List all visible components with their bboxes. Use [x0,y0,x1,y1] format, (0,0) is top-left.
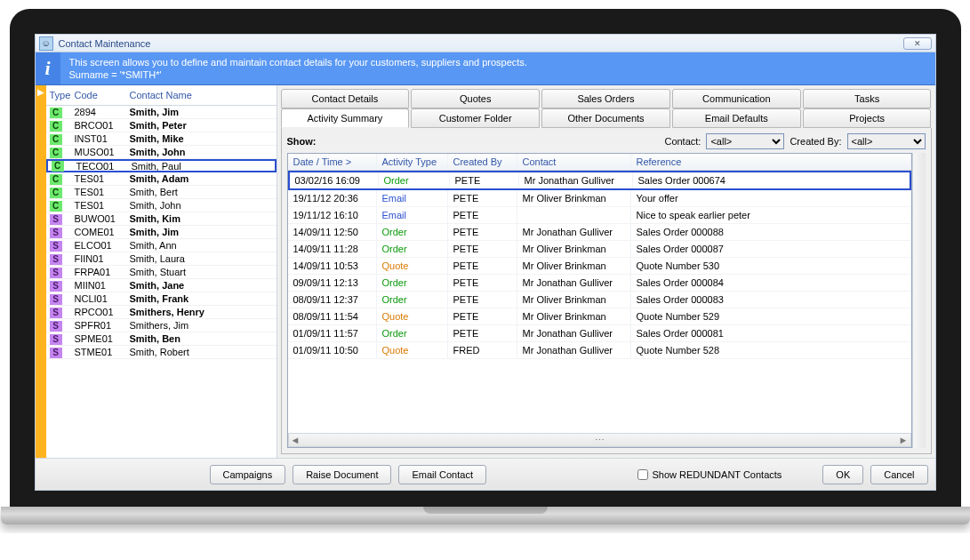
cell-contact: Mr Oliver Brinkman [517,258,631,274]
tab-customer-folder[interactable]: Customer Folder [411,108,540,128]
contact-row[interactable]: SMIIN01Smith, Jane [46,279,277,292]
contact-row[interactable]: SSTME01Smith, Robert [46,346,277,359]
activity-row[interactable]: 14/09/11 11:28OrderPETEMr Oliver Brinkma… [288,241,911,258]
cell-reference: Sales Order 000087 [631,241,911,257]
tab-communication[interactable]: Communication [672,89,801,108]
cell-activity-type: Quote [377,308,448,324]
tab-projects[interactable]: Projects [803,108,932,128]
contact-row[interactable]: SBUWO01Smith, Kim [46,212,277,226]
col-datetime[interactable]: Date / Time > [288,154,377,170]
contact-name: Smith, John [126,198,277,212]
window-title: Contact Maintenance [59,38,151,49]
contact-filter-select[interactable]: <all> [706,133,784,149]
contact-row[interactable]: CMUSO01Smith, John [46,146,277,159]
col-created-by[interactable]: Created By [448,154,517,170]
scroll-left-icon[interactable]: ◄ [291,435,301,445]
createdby-filter-select[interactable]: <all> [847,133,926,149]
cell-activity-type: Email [377,190,448,206]
contact-name: Smithers, Jim [126,318,277,332]
contacts-list[interactable]: C2894Smith, JimCBRCO01Smith, PeterCINST0… [46,106,277,458]
col-reference[interactable]: Reference [631,154,911,170]
contact-row[interactable]: SCOME01Smith, Jim [46,226,277,239]
contact-row[interactable]: CTECO01Smith, Paul [46,159,277,172]
type-badge: C [50,148,62,158]
contact-row[interactable]: CBRCO01Smith, Peter [46,119,277,132]
contact-row[interactable]: CTES01Smith, Adam [46,172,277,186]
contact-row[interactable]: CTES01Smith, John [46,199,277,212]
contact-row[interactable]: CINST01Smith, Mike [46,132,277,146]
tab-other-documents[interactable]: Other Documents [541,108,670,128]
cell-contact [517,207,631,223]
campaigns-button[interactable]: Campaigns [210,465,286,484]
contact-row[interactable]: SFRPA01Smith, Stuart [46,266,277,279]
contact-row[interactable]: CTES01Smith, Bert [46,186,277,199]
activity-rows[interactable]: 03/02/16 16:09OrderPETEMr Jonathan Gulli… [288,171,911,433]
contact-row[interactable]: SSPFR01Smithers, Jim [46,319,277,332]
contact-code: TES01 [71,172,126,186]
info-bar: i This screen allows you to define and m… [36,52,935,85]
contact-row[interactable]: C2894Smith, Jim [46,106,277,119]
activity-row[interactable]: 01/09/11 11:57OrderPETEMr Jonathan Gulli… [288,325,911,342]
cell-created-by: PETE [450,172,519,188]
cell-created-by: PETE [448,207,517,223]
tab-sales-orders[interactable]: Sales Orders [541,89,670,108]
cell-reference: Quote Number 530 [631,258,911,274]
cancel-button[interactable]: Cancel [870,465,927,484]
activity-row[interactable]: 01/09/11 10:50QuoteFREDMr Jonathan Gulli… [288,342,911,359]
ok-button[interactable]: OK [822,465,863,484]
cell-datetime: 08/09/11 11:54 [288,308,377,324]
vertical-scrollbar[interactable] [912,153,926,448]
col-activity-type[interactable]: Activity Type [377,154,448,170]
close-button[interactable]: ✕ [903,37,932,50]
col-contact[interactable]: Contact [517,154,631,170]
cell-datetime: 01/09/11 11:57 [288,325,377,341]
cell-datetime: 14/09/11 12:50 [288,224,377,240]
cell-reference: Nice to speak earlier peter [631,207,911,223]
col-name[interactable]: Contact Name [126,88,277,102]
contact-row[interactable]: SELCO01Smith, Ann [46,239,277,252]
tab-email-defaults[interactable]: Email Defaults [672,108,801,128]
cell-datetime: 03/02/16 16:09 [290,172,379,188]
activity-row[interactable]: 14/09/11 12:50OrderPETEMr Jonathan Gulli… [288,224,911,241]
contact-code: BRCO01 [71,118,126,132]
contact-row[interactable]: SRPCO01Smithers, Henry [46,306,277,319]
redundant-check-input[interactable] [637,469,648,480]
type-badge: C [50,174,62,185]
show-redundant-checkbox[interactable]: Show REDUNDANT Contacts [637,469,782,480]
contact-code: STME01 [71,345,126,359]
contact-name: Smith, Jane [126,278,277,292]
cell-datetime: 08/09/11 12:37 [288,292,377,308]
email-contact-button[interactable]: Email Contact [398,465,485,484]
tab-tasks[interactable]: Tasks [803,89,932,108]
cell-reference: Sales Order 000084 [631,275,911,291]
contact-name: Smith, John [126,145,277,159]
sidebar-expand-strip[interactable]: ▶ [36,85,46,458]
cell-activity-type: Email [377,207,448,223]
horizontal-scrollbar[interactable]: ◄⋯► [288,433,911,447]
col-code[interactable]: Code [71,88,126,102]
contact-name: Smith, Adam [126,172,277,186]
cell-contact: Mr Jonathan Gulliver [519,172,633,188]
activity-row[interactable]: 09/09/11 12:13OrderPETEMr Jonathan Gulli… [288,275,911,292]
cell-created-by: PETE [448,292,517,308]
contacts-panel: Type Code Contact Name C2894Smith, JimCB… [46,85,277,458]
col-type[interactable]: Type [46,88,71,102]
tab-quotes[interactable]: Quotes [411,89,540,108]
tab-contact-details[interactable]: Contact Details [281,89,410,108]
cell-contact: Mr Jonathan Gulliver [517,342,631,358]
activity-row[interactable]: 08/09/11 11:54QuotePETEMr Oliver Brinkma… [288,308,911,325]
raise-document-button[interactable]: Raise Document [293,465,391,484]
contact-row[interactable]: SSPME01Smith, Ben [46,332,277,346]
type-badge: C [50,201,62,212]
activity-row[interactable]: 14/09/11 10:53QuotePETEMr Oliver Brinkma… [288,258,911,275]
contact-row[interactable]: SFIIN01Smith, Laura [46,252,277,266]
scroll-right-icon[interactable]: ► [899,435,909,445]
activity-row[interactable]: 03/02/16 16:09OrderPETEMr Jonathan Gulli… [288,171,911,190]
activity-row[interactable]: 19/11/12 20:36EmailPETEMr Oliver Brinkma… [288,190,911,207]
createdby-filter-label: Created By: [790,136,841,147]
activity-row[interactable]: 19/11/12 16:10EmailPETENice to speak ear… [288,207,911,224]
tab-activity-summary[interactable]: Activity Summary [281,108,410,128]
contact-code: SPFR01 [71,318,126,332]
contact-row[interactable]: SNCLI01Smith, Frank [46,292,277,306]
activity-row[interactable]: 08/09/11 12:37OrderPETEMr Oliver Brinkma… [288,292,911,308]
